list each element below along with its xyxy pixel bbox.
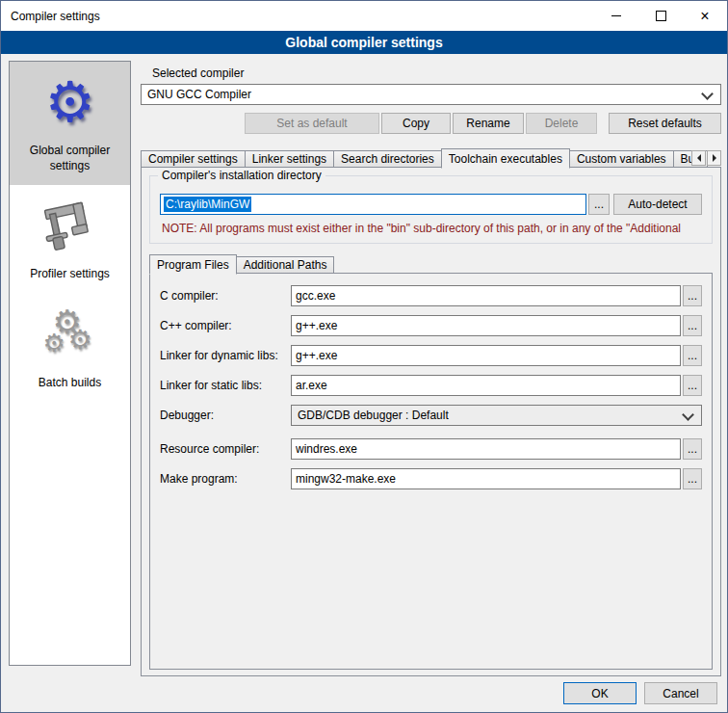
field-label: C++ compiler: <box>160 319 291 332</box>
toolchain-executables-panel: Compiler's installation directory C:\ray… <box>141 167 721 676</box>
field-row-c-compiler: C compiler: ... <box>160 285 702 306</box>
auto-detect-button[interactable]: Auto-detect <box>613 194 702 215</box>
make-program-browse-button[interactable]: ... <box>683 468 702 489</box>
sidebar-item-label: Batch builds <box>39 375 101 390</box>
reset-defaults-button[interactable]: Reset defaults <box>609 113 721 134</box>
window-controls: × <box>594 1 727 31</box>
field-label: Debugger: <box>160 409 291 422</box>
install-dir-input[interactable]: C:\raylib\MinGW <box>160 194 586 215</box>
sidebar-item-profiler-settings[interactable]: Profiler settings <box>10 185 130 293</box>
tab-custom-variables[interactable]: Custom variables <box>569 150 674 168</box>
window-title: Compiler settings <box>1 10 100 23</box>
blue-gear-icon: ⚙ <box>39 71 101 133</box>
install-dir-note: NOTE: All programs must exist either in … <box>162 222 700 235</box>
field-label: Resource compiler: <box>160 442 291 456</box>
dynamic-linker-input[interactable] <box>291 345 681 366</box>
cpp-compiler-browse-button[interactable]: ... <box>683 315 702 336</box>
sidebar-item-label: Profiler settings <box>30 266 110 281</box>
delete-button[interactable]: Delete <box>526 113 597 134</box>
resource-compiler-input[interactable] <box>291 438 681 460</box>
chevron-down-icon <box>701 88 714 100</box>
field-label: Linker for static libs: <box>160 379 291 392</box>
cpp-compiler-input[interactable] <box>291 315 681 336</box>
field-label: Make program: <box>160 472 291 486</box>
close-button[interactable]: × <box>683 1 727 31</box>
main-content: Selected compiler GNU GCC Compiler Set a… <box>141 61 721 676</box>
clamp-icon <box>39 195 101 256</box>
dynamic-linker-browse-button[interactable]: ... <box>683 345 702 366</box>
maximize-button[interactable] <box>638 1 683 31</box>
tab-search-directories[interactable]: Search directories <box>333 150 442 168</box>
make-program-input[interactable] <box>291 468 681 489</box>
selected-compiler-label: Selected compiler <box>152 66 721 80</box>
compiler-select[interactable]: GNU GCC Compiler <box>141 84 721 105</box>
tab-compiler-settings[interactable]: Compiler settings <box>141 150 246 168</box>
gray-gears-icon: ⚙ ⚙ ⚙ <box>39 304 101 365</box>
settings-tabbar: Compiler settings Linker settings Search… <box>141 147 721 168</box>
field-row-cpp-compiler: C++ compiler: ... <box>160 315 702 336</box>
resource-compiler-browse-button[interactable]: ... <box>683 438 702 460</box>
rename-button[interactable]: Rename <box>453 113 524 134</box>
programs-subtabbar: Program Files Additional Paths <box>149 253 713 274</box>
compiler-actions: Set as default Copy Rename Delete Reset … <box>141 113 721 134</box>
arrow-right-icon <box>713 154 716 162</box>
compiler-settings-window: Compiler settings × Global compiler sett… <box>0 0 728 713</box>
minimize-icon <box>611 15 621 16</box>
minimize-button[interactable] <box>594 1 638 31</box>
install-dir-browse-button[interactable]: ... <box>588 194 610 215</box>
install-dir-groupbox: Compiler's installation directory C:\ray… <box>149 175 713 244</box>
c-compiler-input[interactable] <box>291 285 681 306</box>
titlebar: Compiler settings × <box>1 1 727 31</box>
dialog-footer: OK Cancel <box>563 682 717 704</box>
field-label: C compiler: <box>160 289 291 303</box>
sidebar-item-label: Global compiler settings <box>13 143 126 173</box>
sidebar-item-batch-builds[interactable]: ⚙ ⚙ ⚙ Batch builds <box>10 294 130 402</box>
debugger-select[interactable]: GDB/CDB debugger : Default <box>291 405 702 426</box>
field-row-make-program: Make program: ... <box>160 468 702 489</box>
cancel-button[interactable]: Cancel <box>644 682 717 704</box>
subtab-additional-paths[interactable]: Additional Paths <box>236 256 335 274</box>
field-row-static-linker: Linker for static libs: ... <box>160 375 702 396</box>
field-row-debugger: Debugger: GDB/CDB debugger : Default <box>160 405 702 426</box>
chevron-down-icon <box>682 409 694 421</box>
sidebar-item-global-compiler-settings[interactable]: ⚙ Global compiler settings <box>10 62 130 185</box>
static-linker-input[interactable] <box>291 375 681 396</box>
settings-category-list: ⚙ Global compiler settings Profiler set <box>9 61 131 666</box>
tab-linker-settings[interactable]: Linker settings <box>245 150 334 168</box>
arrow-left-icon <box>697 154 701 162</box>
tab-scroll-buttons <box>691 150 721 166</box>
subtab-program-files[interactable]: Program Files <box>149 254 237 275</box>
program-files-panel: C compiler: ... C++ compiler: ... Linker… <box>149 273 713 670</box>
tab-scroll-left-button[interactable] <box>691 150 706 166</box>
copy-button[interactable]: Copy <box>381 113 451 134</box>
field-row-resource-compiler: Resource compiler: ... <box>160 438 702 460</box>
compiler-select-value: GNU GCC Compiler <box>147 88 251 101</box>
debugger-select-value: GDB/CDB debugger : Default <box>298 409 449 422</box>
install-dir-row: C:\raylib\MinGW ... Auto-detect <box>160 194 702 215</box>
set-as-default-button[interactable]: Set as default <box>245 113 379 134</box>
install-dir-group-title: Compiler's installation directory <box>158 169 325 182</box>
field-row-dynamic-linker: Linker for dynamic libs: ... <box>160 345 702 366</box>
install-dir-selected-text: C:\raylib\MinGW <box>164 197 251 212</box>
close-icon: × <box>700 9 709 24</box>
tab-toolchain-executables[interactable]: Toolchain executables <box>441 148 570 169</box>
field-label: Linker for dynamic libs: <box>160 349 291 362</box>
maximize-icon <box>656 11 666 21</box>
ok-button[interactable]: OK <box>563 682 637 704</box>
tab-scroll-right-button[interactable] <box>707 150 721 166</box>
c-compiler-browse-button[interactable]: ... <box>683 285 702 306</box>
dialog-header: Global compiler settings <box>1 31 727 54</box>
static-linker-browse-button[interactable]: ... <box>683 375 702 396</box>
